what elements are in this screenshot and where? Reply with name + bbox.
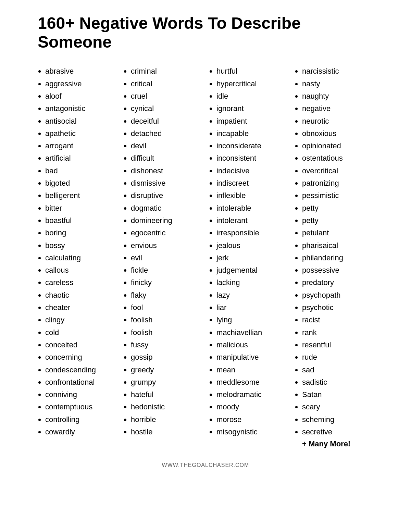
list-item: impatient	[216, 115, 288, 127]
list-item: moody	[216, 401, 288, 413]
list-item: liar	[216, 301, 288, 314]
list-item: intolerant	[216, 214, 288, 227]
list-item: dismissive	[131, 177, 202, 189]
word-list-2: criminalcriticalcruelcynicaldeceitfuldet…	[123, 65, 202, 438]
list-item: evil	[131, 252, 202, 264]
list-item: bossy	[45, 239, 116, 252]
list-item: jerk	[216, 252, 288, 264]
list-item: hypercritical	[216, 78, 288, 90]
list-item: apathetic	[45, 127, 116, 140]
list-item: meddlesome	[216, 376, 288, 388]
list-item: fussy	[131, 339, 202, 351]
list-item: misogynistic	[216, 426, 288, 438]
list-item: intolerable	[216, 202, 288, 214]
list-item: inflexible	[216, 189, 288, 202]
list-item: cold	[45, 326, 116, 339]
list-item: neurotic	[302, 115, 373, 127]
list-item: rank	[302, 326, 373, 339]
list-item: racist	[302, 314, 373, 326]
list-item: hedonistic	[131, 401, 202, 413]
list-item: nasty	[302, 78, 373, 90]
list-item: arrogant	[45, 140, 116, 152]
list-item: cowardly	[45, 426, 116, 438]
list-item: devil	[131, 140, 202, 152]
list-item: ignorant	[216, 102, 288, 115]
list-item: opinionated	[302, 140, 373, 152]
list-item: idle	[216, 90, 288, 102]
list-item: overcritical	[302, 165, 373, 177]
extra-note: + Many More!	[295, 440, 373, 448]
list-item: conniving	[45, 388, 116, 401]
footer: WWW.THEGOALCHASER.COM	[162, 462, 249, 468]
list-item: psychotic	[302, 301, 373, 314]
list-item: cruel	[131, 90, 202, 102]
list-item: finicky	[131, 276, 202, 289]
list-item: bigoted	[45, 177, 116, 189]
list-item: lying	[216, 314, 288, 326]
list-item: artificial	[45, 152, 116, 164]
list-item: foolish	[131, 326, 202, 339]
list-item: negative	[302, 102, 373, 115]
list-item: antisocial	[45, 115, 116, 127]
page-wrapper: 160+ Negative Words To Describe Someone …	[17, 0, 394, 479]
list-item: rude	[302, 351, 373, 363]
column-4: narcissisticnastynaughtynegativeneurotic…	[295, 65, 373, 448]
list-item: predatory	[302, 276, 373, 289]
list-item: possessive	[302, 264, 373, 276]
list-item: hateful	[131, 388, 202, 401]
list-item: scary	[302, 401, 373, 413]
list-item: egocentric	[131, 227, 202, 239]
list-item: indecisive	[216, 165, 288, 177]
list-item: pessimistic	[302, 189, 373, 202]
list-item: ostentatious	[302, 152, 373, 164]
list-item: detached	[131, 127, 202, 140]
list-item: incapable	[216, 127, 288, 140]
list-item: resentful	[302, 339, 373, 351]
list-item: disruptive	[131, 189, 202, 202]
list-item: critical	[131, 78, 202, 90]
list-item: secretive	[302, 426, 373, 438]
list-item: melodramatic	[216, 388, 288, 401]
list-item: fickle	[131, 264, 202, 276]
list-item: inconsiderate	[216, 140, 288, 152]
list-item: morose	[216, 413, 288, 426]
word-list-1: abrasiveaggressivealoofantagonisticantis…	[38, 65, 116, 438]
list-item: antagonistic	[45, 102, 116, 115]
list-item: petty	[302, 214, 373, 227]
list-item: foolish	[131, 314, 202, 326]
list-item: dogmatic	[131, 202, 202, 214]
list-item: abrasive	[45, 65, 116, 77]
list-item: domineering	[131, 214, 202, 227]
list-item: inconsistent	[216, 152, 288, 164]
list-item: confrontational	[45, 376, 116, 388]
list-item: naughty	[302, 90, 373, 102]
list-item: petulant	[302, 227, 373, 239]
list-item: manipulative	[216, 351, 288, 363]
column-2: criminalcriticalcruelcynicaldeceitfuldet…	[123, 65, 202, 448]
list-item: indiscreet	[216, 177, 288, 189]
list-item: malicious	[216, 339, 288, 351]
list-item: judgemental	[216, 264, 288, 276]
column-1: abrasiveaggressivealoofantagonisticantis…	[38, 65, 116, 448]
list-item: petty	[302, 202, 373, 214]
list-item: difficult	[131, 152, 202, 164]
list-item: aggressive	[45, 78, 116, 90]
page-title: 160+ Negative Words To Describe Someone	[38, 14, 373, 51]
columns-container: abrasiveaggressivealoofantagonisticantis…	[38, 65, 373, 448]
list-item: cheater	[45, 301, 116, 314]
list-item: calculating	[45, 252, 116, 264]
list-item: clingy	[45, 314, 116, 326]
list-item: conceited	[45, 339, 116, 351]
list-item: patronizing	[302, 177, 373, 189]
list-item: callous	[45, 264, 116, 276]
list-item: irresponsible	[216, 227, 288, 239]
list-item: criminal	[131, 65, 202, 77]
list-item: lazy	[216, 289, 288, 301]
list-item: boring	[45, 227, 116, 239]
list-item: aloof	[45, 90, 116, 102]
list-item: lacking	[216, 276, 288, 289]
list-item: dishonest	[131, 165, 202, 177]
list-item: sad	[302, 364, 373, 376]
list-item: mean	[216, 364, 288, 376]
list-item: condescending	[45, 364, 116, 376]
